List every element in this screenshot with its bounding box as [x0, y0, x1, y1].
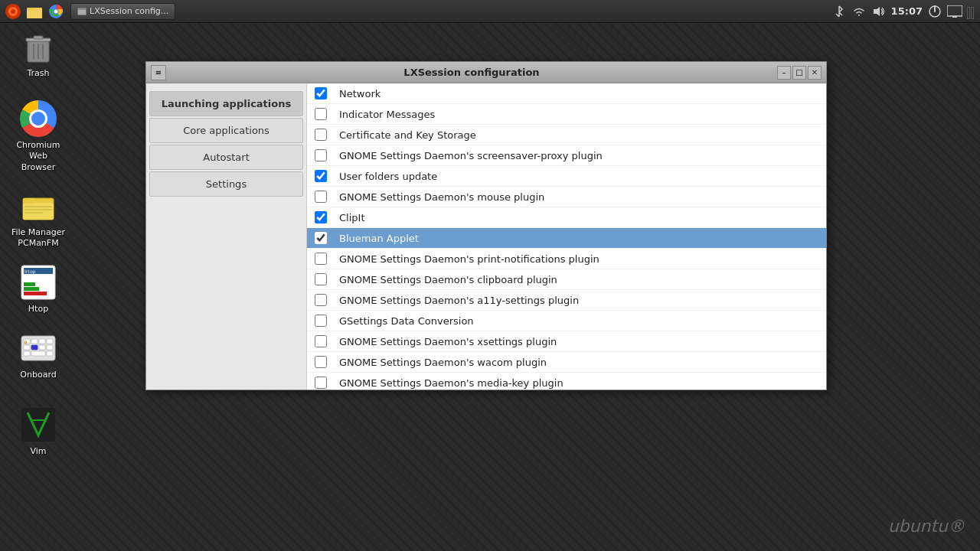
trash-icon	[20, 28, 57, 65]
item-label-blueman: Blueman Applet	[339, 233, 419, 244]
list-item[interactable]: GSettings Data Conversion	[307, 311, 826, 331]
item-label-clipit: ClipIt	[339, 212, 364, 223]
htop-label: Htop	[28, 304, 48, 315]
item-checkbox-gnome-mouse[interactable]	[315, 191, 327, 203]
svg-rect-37	[39, 339, 45, 344]
item-checkbox-gnome-screensaver[interactable]	[315, 149, 327, 161]
list-item[interactable]: GNOME Settings Daemon's xsettings plugin	[307, 331, 826, 352]
svg-rect-42	[47, 345, 53, 350]
item-checkbox-gnome-xsettings[interactable]	[315, 335, 327, 347]
trash-label: Trash	[27, 68, 49, 79]
file-manager-taskbar-icon[interactable]	[24, 2, 44, 21]
svg-rect-18	[34, 36, 43, 39]
svg-rect-14	[949, 7, 960, 15]
chromium-desktop-icon[interactable]: Chromium Web Browser	[8, 97, 69, 176]
item-label-gnome-clipboard: GNOME Settings Daemon's clipboard plugin	[339, 274, 557, 285]
item-checkbox-gnome-media[interactable]	[315, 377, 327, 389]
window-sidebar: Launching applications Core applications…	[146, 83, 307, 390]
item-checkbox-gnome-clipboard[interactable]	[315, 273, 327, 285]
item-checkbox-gsettings[interactable]	[315, 315, 327, 327]
item-checkbox-network[interactable]	[315, 87, 327, 99]
list-item[interactable]: GNOME Settings Daemon's media-key plugin	[307, 373, 826, 390]
item-label-gnome-print: GNOME Settings Daemon's print-notificati…	[339, 253, 599, 265]
vim-label: Vim	[30, 446, 46, 457]
svg-marker-11	[874, 7, 880, 16]
item-checkbox-user-folders[interactable]	[315, 170, 327, 182]
svg-rect-45	[47, 351, 53, 356]
list-item[interactable]: ClipIt	[307, 207, 826, 228]
item-label-gnome-media: GNOME Settings Daemon's media-key plugin	[339, 377, 564, 389]
item-label-gnome-wacom: GNOME Settings Daemon's wacom plugin	[339, 357, 547, 368]
list-item[interactable]: User folders update	[307, 166, 826, 187]
svg-rect-15	[952, 16, 957, 18]
svg-rect-36	[31, 339, 38, 344]
window-title: LXSession configuration	[166, 67, 777, 78]
sidebar-item-launching[interactable]: Launching applications	[149, 91, 303, 116]
filemanager-label: File Manager PCManFM	[11, 227, 66, 249]
list-item[interactable]: Blueman Applet	[307, 228, 826, 249]
sidebar-item-autostart[interactable]: Autostart	[149, 145, 303, 170]
onboard-desktop-icon[interactable]: O Onboard	[8, 327, 69, 383]
list-item[interactable]: GNOME Settings Daemon's print-notificati…	[307, 249, 826, 269]
bluetooth-icon[interactable]	[831, 4, 847, 19]
browser-taskbar-icon[interactable]	[46, 2, 66, 21]
window-controls: – □ ✕	[777, 66, 822, 80]
item-label-gnome-a11y: GNOME Settings Daemon's a11y-settings pl…	[339, 295, 579, 306]
item-checkbox-indicator-messages[interactable]	[315, 108, 327, 120]
list-item[interactable]: Network	[307, 83, 826, 104]
sidebar-item-settings[interactable]: Settings	[149, 171, 303, 197]
svg-rect-44	[31, 351, 45, 356]
svg-rect-27	[24, 212, 43, 214]
power-icon[interactable]	[927, 4, 942, 19]
svg-rect-30	[24, 287, 39, 291]
item-checkbox-clipit[interactable]	[315, 211, 327, 223]
item-checkbox-gnome-wacom[interactable]	[315, 356, 327, 368]
item-checkbox-cert-key[interactable]	[315, 129, 327, 141]
lxsession-taskbar-button[interactable]: LXSession config...	[70, 3, 175, 20]
trash-desktop-icon[interactable]: Trash	[8, 25, 69, 82]
htop-desktop-icon[interactable]: htop Htop	[8, 261, 69, 318]
list-item[interactable]: GNOME Settings Daemon's a11y-settings pl…	[307, 290, 826, 311]
lxsession-window: ≡ LXSession configuration – □ ✕ Launchin…	[145, 61, 827, 390]
window-body: Launching applications Core applications…	[146, 83, 826, 390]
vim-desktop-icon[interactable]: Vim	[8, 403, 69, 460]
window-menu-button[interactable]: ≡	[151, 65, 166, 80]
list-item[interactable]: Certificate and Key Storage	[307, 125, 826, 145]
item-label-gnome-screensaver: GNOME Settings Daemon's screensaver-prox…	[339, 150, 603, 161]
content-scroll[interactable]: NetworkIndicator MessagesCertificate and…	[307, 83, 826, 390]
screen-icon[interactable]	[947, 4, 962, 19]
window-maximize-button[interactable]: □	[792, 66, 806, 80]
item-checkbox-blueman[interactable]	[315, 232, 327, 244]
onboard-label: Onboard	[20, 370, 56, 380]
autostart-list: NetworkIndicator MessagesCertificate and…	[307, 83, 826, 390]
item-label-indicator-messages: Indicator Messages	[339, 109, 435, 120]
svg-rect-10	[78, 10, 86, 15]
svg-rect-31	[24, 292, 47, 295]
svg-rect-4	[27, 9, 42, 18]
sidebar-item-core[interactable]: Core applications	[149, 118, 303, 143]
list-item[interactable]: GNOME Settings Daemon's wacom plugin	[307, 352, 826, 373]
list-item[interactable]: GNOME Settings Daemon's mouse plugin	[307, 187, 826, 207]
app-menu-icon[interactable]	[3, 2, 23, 21]
content-area: NetworkIndicator MessagesCertificate and…	[307, 83, 826, 390]
system-monitor-icon	[967, 4, 974, 19]
wifi-icon[interactable]	[851, 4, 867, 19]
svg-rect-25	[24, 206, 52, 207]
item-checkbox-gnome-a11y[interactable]	[315, 294, 327, 306]
item-label-gsettings: GSettings Data Conversion	[339, 315, 474, 327]
filemanager-desktop-icon[interactable]: File Manager PCManFM	[8, 184, 69, 253]
volume-icon[interactable]	[871, 4, 887, 19]
window-close-button[interactable]: ✕	[808, 66, 822, 80]
item-checkbox-gnome-print[interactable]	[315, 253, 327, 265]
list-item[interactable]: GNOME Settings Daemon's clipboard plugin	[307, 269, 826, 290]
clock-display: 15:07	[891, 5, 923, 17]
item-label-network: Network	[339, 88, 381, 99]
list-item[interactable]: Indicator Messages	[307, 104, 826, 125]
item-label-gnome-xsettings: GNOME Settings Daemon's xsettings plugin	[339, 336, 557, 347]
svg-text:htop: htop	[24, 269, 36, 275]
item-label-user-folders: User folders update	[339, 171, 437, 182]
svg-rect-38	[47, 339, 53, 344]
window-minimize-button[interactable]: –	[777, 66, 791, 80]
ubuntu-logo: ubuntu®	[888, 517, 965, 536]
list-item[interactable]: GNOME Settings Daemon's screensaver-prox…	[307, 145, 826, 166]
